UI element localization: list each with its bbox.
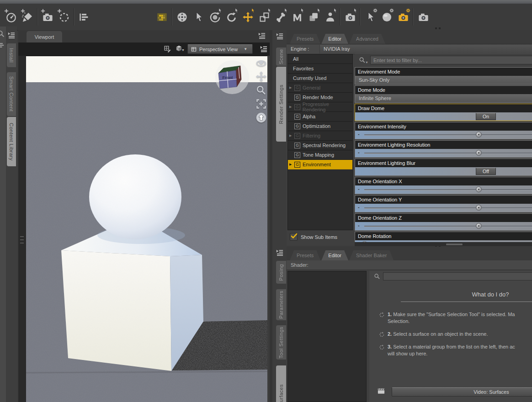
view-cube-dropdown-arrow[interactable]: ▼ [181, 48, 185, 52]
joint-editor-tool-button[interactable] [272, 6, 289, 27]
new-spotlight-button[interactable] [19, 6, 36, 27]
new-camera-button[interactable] [39, 6, 56, 27]
hscrollbar-handle[interactable] [446, 243, 463, 246]
viewport-home-button[interactable] [255, 111, 267, 124]
category-all[interactable]: All [288, 54, 352, 64]
search-icon[interactable] [0, 29, 5, 38]
viewport-pane-options-icon[interactable] [257, 32, 267, 41]
camera-tool-button[interactable] [342, 6, 358, 27]
sidebar-tab-tool-settings[interactable]: Tool Settings [276, 325, 286, 360]
render-tab-editor[interactable]: Editor [321, 34, 348, 44]
render-settings-button[interactable] [395, 6, 411, 27]
viewport-pan-button[interactable] [255, 70, 267, 83]
sidebar-tab-surfaces[interactable]: Surfaces [276, 365, 286, 402]
splitter-grip-top[interactable] [435, 27, 437, 29]
aux-viewport-button[interactable] [154, 6, 170, 27]
sidebar-tab-posing[interactable]: Posing [276, 261, 286, 284]
category-render-mode[interactable]: GRender Mode [288, 93, 352, 102]
active-pose-tool-button[interactable] [223, 6, 239, 27]
render-tab-advanced[interactable]: Advanced [349, 34, 385, 44]
toggle-button[interactable]: Off [476, 168, 496, 175]
rotate-tool-button[interactable] [207, 6, 223, 27]
engine-value-dropdown[interactable]: NVIDIA Iray [319, 45, 532, 53]
view-cube-gizmo[interactable]: Front [212, 58, 252, 96]
sidebar-tab-render-settings[interactable]: Render Settings [276, 67, 286, 142]
category-optimization[interactable]: GOptimization [288, 122, 352, 131]
left-pane-options-icon[interactable] [7, 31, 17, 40]
show-sub-items-checkbox[interactable] [290, 233, 298, 241]
property-environment-lighting-blur-toggle[interactable]: Off [355, 167, 532, 175]
search-options-arrow[interactable]: ▼ [365, 61, 368, 64]
surface-selection-tool-button[interactable] [305, 6, 322, 27]
render-button[interactable] [415, 6, 431, 27]
category-tone-mapping[interactable]: GTone Mapping [288, 150, 352, 160]
surfaces-tab-shader-baker[interactable]: Shader Baker [349, 250, 394, 260]
sidebar-tab-content-library[interactable]: Content Library [7, 117, 16, 166]
scale-tool-button[interactable] [256, 6, 272, 27]
category-filtering[interactable]: ▶GFiltering [288, 131, 352, 141]
scene-outline-button[interactable] [76, 6, 92, 27]
property-environment-intensity-slider[interactable]: - [355, 131, 532, 139]
slider-minus-button[interactable]: - [358, 131, 360, 137]
tool-settings-button[interactable] [362, 6, 378, 27]
sidebar-tab-scene[interactable]: Scene [276, 48, 286, 66]
viewport-canvas[interactable] [26, 56, 267, 402]
slider-minus-button[interactable]: - [358, 149, 360, 155]
node-selection-tool-button[interactable] [190, 6, 207, 27]
camera-view-dropdown[interactable]: Perspective View ▼ [187, 44, 253, 54]
slider-knob[interactable] [476, 205, 482, 211]
category-currently-used[interactable]: Currently Used [288, 74, 352, 83]
material-group-list[interactable] [287, 271, 367, 402]
property-dome-orientation-z-slider[interactable]: - [355, 222, 532, 230]
slider-minus-button[interactable]: - [358, 204, 360, 210]
slider-knob[interactable] [476, 186, 482, 192]
show-sub-items-row[interactable]: Show Sub Items [290, 233, 337, 241]
render-pane-options-icon[interactable] [275, 32, 285, 41]
viewport-orbit-button[interactable] [255, 57, 267, 69]
surface-settings-button[interactable] [378, 6, 395, 27]
tab-viewport[interactable]: Viewport [27, 31, 62, 42]
viewport-sphere-button[interactable] [174, 6, 190, 27]
property-dome-orientation-x-slider[interactable]: - [355, 185, 532, 194]
translate-tool-button[interactable] [239, 6, 256, 27]
viewport-options-icon[interactable] [260, 45, 268, 53]
sidebar-tab-parameters[interactable]: Parameters [276, 289, 286, 320]
property-environment-mode-dropdown[interactable]: Sun-Sky Only [355, 76, 532, 84]
list-icon[interactable] [0, 41, 5, 49]
surfaces-filter-input[interactable] [383, 272, 532, 280]
new-null-button[interactable] [56, 6, 72, 27]
collapsed-left-pane[interactable] [0, 26, 6, 402]
category-alpha[interactable]: GAlpha [288, 112, 352, 122]
sidebar-tab-install[interactable]: Install [7, 43, 16, 67]
category-spectral-rendering[interactable]: GSpectral Rendering [288, 141, 352, 150]
surfaces-pane-options-icon[interactable] [275, 249, 285, 258]
slider-knob[interactable] [476, 150, 482, 156]
slider-minus-button[interactable]: - [358, 222, 360, 228]
category-favorites[interactable]: Favorites [288, 64, 352, 74]
sidebar-tab-smart-content[interactable]: Smart Content [7, 72, 16, 116]
geometry-editor-tool-button[interactable] [289, 6, 305, 27]
render-tab-presets[interactable]: Presets [290, 34, 320, 44]
figure-selection-tool-button[interactable] [322, 6, 338, 27]
category-general[interactable]: ▶GGeneral [288, 83, 352, 93]
search-icon[interactable] [373, 273, 381, 280]
toggle-button[interactable]: On [476, 113, 496, 120]
surfaces-tab-presets[interactable]: Presets [290, 250, 320, 260]
viewport-magnify-button[interactable] [255, 84, 267, 96]
slider-minus-button[interactable]: - [358, 186, 360, 191]
property-hscrollbar[interactable] [355, 242, 532, 246]
draw-style-icon[interactable] [164, 45, 171, 53]
category-progressive-rendering[interactable]: ▶GProgressive Rendering [288, 102, 352, 112]
new-render-profile-button[interactable] [3, 6, 19, 27]
video-surfaces-button[interactable]: Video: Surfaces [392, 387, 532, 397]
viewport-frame-button[interactable] [255, 98, 267, 110]
surfaces-tab-editor[interactable]: Editor [321, 250, 348, 260]
slider-knob[interactable] [476, 132, 482, 138]
property-environment-lighting-resolution-slider[interactable]: - [355, 149, 532, 157]
category-environment[interactable]: ▶GEnvironment [288, 160, 352, 169]
property-dome-orientation-y-slider[interactable]: - [355, 204, 532, 212]
slider-knob[interactable] [476, 223, 482, 229]
property-draw-dome-toggle[interactable]: On [355, 112, 532, 121]
property-dome-mode-dropdown[interactable]: Infinite Sphere [355, 94, 532, 102]
filter-input[interactable] [370, 56, 532, 64]
